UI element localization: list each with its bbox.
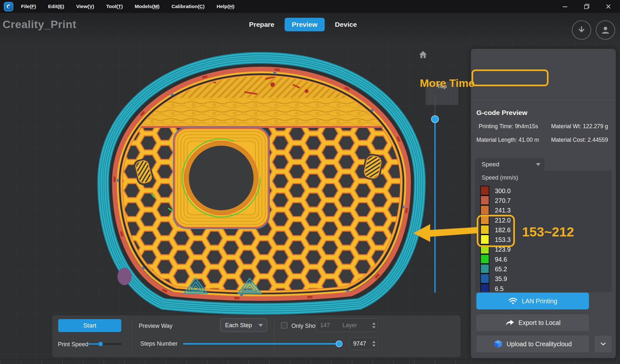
layer-slider-active-range — [434, 123, 436, 292]
export-to-local-label: Export to Local — [518, 319, 560, 327]
legend-row: 123.9 — [480, 245, 511, 255]
steps-number-label: Steps Number — [140, 340, 178, 347]
legend-row: 94.6 — [480, 255, 511, 264]
upload-to-crealitycloud-label: Upload to Crealitycloud — [506, 340, 572, 348]
preview-way-value: Each Step — [225, 322, 252, 329]
divider — [132, 320, 132, 353]
home-view-button[interactable] — [419, 50, 428, 60]
printing-time-stat: Printing Time: 9h4m15s — [479, 123, 538, 130]
export-to-local-button[interactable]: Export to Local — [476, 314, 589, 331]
chevron-down-icon — [536, 163, 540, 166]
menu-edit[interactable]: Edit(E) — [48, 4, 64, 9]
legend-row: 65.2 — [480, 264, 511, 274]
model-seam-marker — [117, 268, 132, 285]
steps-number-slider-handle[interactable] — [336, 340, 343, 347]
spinner-down-icon — [372, 345, 375, 347]
menu-items: File(F) Edit(E) View(V) Tool(T) Models(M… — [21, 4, 234, 9]
minimize-icon[interactable] — [562, 3, 568, 10]
menu-help[interactable]: Help(H) — [217, 4, 234, 9]
legend-row: 270.7 — [480, 196, 511, 205]
legend-row: 35.9 — [480, 274, 511, 284]
print-speed-slider[interactable] — [88, 343, 122, 345]
material-wt-stat: Material Wt: 122.279 g — [551, 123, 608, 130]
gcode-preview-panel: G-code Preview Printing Time: 9h4m15s Ma… — [471, 48, 616, 359]
only-show-label: Only Show — [291, 323, 320, 329]
legend-unit-label: Speed (mm/s) — [482, 174, 518, 181]
legend-swatch — [480, 274, 489, 283]
wifi-icon — [508, 297, 518, 305]
legend-rows: 300.0 270.7 241.3 212.0 182.6 153.3 123.… — [480, 186, 511, 292]
creality-cloud-cube-icon — [494, 339, 503, 348]
spinner-up-icon — [372, 322, 375, 325]
legend-row: 212.0 — [480, 215, 511, 225]
legend-swatch — [480, 264, 489, 274]
legend-swatch — [480, 195, 489, 205]
steps-number-input[interactable]: 9747 — [349, 337, 378, 350]
menu-view[interactable]: View(V) — [76, 4, 94, 9]
layer-slider-handle[interactable] — [431, 115, 439, 123]
layer-suffix-label: Layer — [343, 322, 357, 329]
download-button[interactable] — [572, 20, 591, 40]
home-icon — [419, 50, 428, 59]
app-logo-icon[interactable] — [4, 2, 13, 11]
only-show-checkbox[interactable] — [281, 322, 288, 328]
menu-file[interactable]: File(F) — [21, 4, 36, 9]
preview-way-label: Preview Way — [139, 323, 172, 329]
tab-preview[interactable]: Preview — [285, 18, 324, 31]
legend-row: 6.5 — [480, 284, 511, 292]
layer-number-placeholder: 147 — [320, 322, 330, 329]
spinner-arrows[interactable] — [372, 322, 375, 328]
menu-calibration[interactable]: Calibration(C) — [171, 4, 205, 9]
legend-swatch — [480, 186, 489, 195]
account-button[interactable] — [596, 20, 615, 40]
legend-swatch — [480, 215, 489, 225]
steps-number-value: 9747 — [353, 340, 366, 347]
window-controls — [562, 3, 620, 10]
model-center-feature — [173, 127, 269, 229]
steps-number-slider[interactable] — [183, 343, 339, 345]
chevron-down-icon — [601, 342, 606, 346]
download-icon — [577, 26, 586, 34]
legend-swatch — [480, 254, 489, 264]
upload-options-button[interactable] — [594, 336, 612, 352]
legend-swatch — [480, 284, 489, 292]
tab-prepare[interactable]: Prepare — [242, 18, 281, 31]
upload-to-crealitycloud-button[interactable]: Upload to Crealitycloud — [476, 336, 589, 352]
preview-control-bar: Start Print Speed Preview Way Each Step … — [52, 315, 461, 358]
material-cost-stat: Material Cost: 2.44559 — [551, 137, 608, 143]
lan-printing-button[interactable]: LAN Printing — [476, 293, 589, 309]
legend-type-dropdown[interactable]: Speed — [475, 158, 544, 171]
workflow-tabs: Prepare Preview Device — [242, 18, 364, 31]
spinner-down-icon — [372, 326, 375, 328]
legend-swatch — [480, 225, 489, 234]
print-speed-slider-handle[interactable] — [98, 342, 103, 346]
close-icon[interactable] — [605, 3, 612, 10]
legend-row: 241.3 — [480, 206, 511, 215]
legend-row: 153.3 — [480, 235, 511, 244]
section-divider — [471, 100, 616, 100]
menu-models[interactable]: Models(M) — [135, 4, 160, 9]
divider — [274, 320, 275, 353]
material-length-stat: Material Length: 41.00 m — [476, 137, 539, 143]
layer-range-slider[interactable] — [431, 95, 439, 294]
legend-swatch — [480, 234, 489, 244]
legend-row: 182.6 — [480, 225, 511, 235]
print-speed-label: Print Speed — [58, 341, 88, 348]
menu-bar: File(F) Edit(E) View(V) Tool(T) Models(M… — [0, 0, 620, 13]
creality-print-window: File(F) Edit(E) View(V) Tool(T) Models(M… — [0, 0, 620, 364]
legend-type-value: Speed — [482, 161, 499, 168]
view-cube-label: Top — [437, 83, 447, 90]
restore-icon[interactable] — [583, 3, 590, 10]
start-button[interactable]: Start — [58, 319, 121, 332]
speed-legend: Speed (mm/s) 300.0 270.7 241.3 212.0 182… — [475, 171, 612, 292]
tab-device[interactable]: Device — [328, 18, 364, 31]
layer-number-input[interactable]: 147 Layer — [316, 318, 378, 332]
preview-way-dropdown[interactable]: Each Step — [220, 318, 267, 332]
menu-tool[interactable]: Tool(T) — [106, 4, 123, 9]
export-icon — [505, 319, 515, 327]
app-title: Creality_Print — [3, 18, 76, 31]
legend-swatch — [480, 244, 489, 254]
spinner-up-icon — [372, 341, 375, 343]
legend-swatch — [480, 205, 489, 215]
spinner-arrows[interactable] — [372, 341, 375, 347]
